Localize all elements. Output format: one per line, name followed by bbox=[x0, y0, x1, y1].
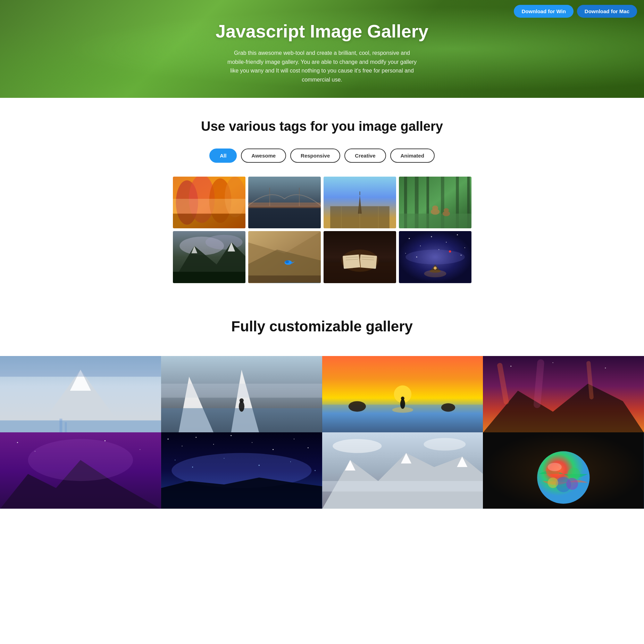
header-description: Grab this awesome web-tool and create a … bbox=[225, 49, 419, 84]
svg-point-118 bbox=[252, 442, 252, 443]
svg-rect-39 bbox=[173, 272, 245, 283]
svg-point-114 bbox=[182, 446, 182, 446]
svg-point-102 bbox=[553, 362, 553, 363]
gallery-item-autumn[interactable] bbox=[173, 177, 245, 228]
svg-point-110 bbox=[140, 449, 140, 450]
svg-point-124 bbox=[224, 458, 224, 459]
svg-point-136 bbox=[424, 438, 466, 450]
filter-responsive-button[interactable]: Responsive bbox=[290, 149, 340, 163]
svg-rect-134 bbox=[322, 481, 483, 491]
filter-awesome-button[interactable]: Awesome bbox=[241, 149, 286, 163]
gallery-item-deer[interactable] bbox=[399, 177, 471, 228]
svg-point-125 bbox=[259, 465, 260, 466]
full-gallery-item-sunset[interactable] bbox=[322, 356, 483, 432]
svg-point-73 bbox=[424, 270, 446, 277]
svg-point-127 bbox=[315, 470, 316, 471]
svg-point-101 bbox=[510, 366, 511, 367]
svg-point-94 bbox=[400, 399, 405, 409]
customizable-section: Fully customizable gallery bbox=[0, 297, 644, 356]
svg-point-60 bbox=[431, 236, 432, 237]
header-buttons: Download for Win Download for Mac bbox=[514, 5, 637, 18]
svg-rect-46 bbox=[248, 276, 321, 283]
full-gallery-item-purple-cliffs[interactable] bbox=[0, 432, 161, 509]
svg-point-113 bbox=[167, 439, 168, 440]
svg-point-117 bbox=[231, 435, 232, 436]
svg-point-63 bbox=[464, 247, 465, 248]
svg-point-108 bbox=[35, 451, 35, 451]
svg-rect-12 bbox=[248, 203, 321, 208]
tags-section: Use various tags for you image gallery A… bbox=[0, 98, 644, 297]
svg-point-86 bbox=[240, 398, 244, 402]
svg-point-126 bbox=[290, 461, 291, 462]
filter-creative-button[interactable]: Creative bbox=[344, 149, 386, 163]
svg-point-103 bbox=[605, 367, 606, 368]
download-mac-button[interactable]: Download for Mac bbox=[577, 5, 637, 18]
full-gallery-item-cliffs[interactable] bbox=[161, 356, 322, 432]
full-gallery-item-milky-way[interactable] bbox=[161, 432, 322, 509]
svg-point-144 bbox=[548, 463, 562, 471]
svg-point-119 bbox=[273, 449, 274, 450]
full-gallery-item-snowy-mountains[interactable] bbox=[322, 432, 483, 509]
svg-point-45 bbox=[285, 260, 289, 263]
svg-rect-6 bbox=[173, 199, 245, 214]
full-gallery-item-colorful-ball[interactable] bbox=[483, 432, 644, 509]
svg-point-143 bbox=[566, 478, 578, 490]
svg-point-69 bbox=[449, 251, 451, 253]
svg-point-116 bbox=[213, 444, 214, 444]
full-gallery-item-aurora[interactable] bbox=[483, 356, 644, 432]
svg-rect-87 bbox=[161, 384, 322, 398]
svg-point-142 bbox=[548, 477, 558, 488]
svg-point-85 bbox=[239, 401, 244, 412]
full-gallery-item-iceland[interactable] bbox=[0, 356, 161, 432]
svg-rect-8 bbox=[248, 206, 321, 228]
svg-point-115 bbox=[195, 437, 196, 438]
gallery-item-rock[interactable] bbox=[248, 231, 321, 283]
svg-point-68 bbox=[405, 250, 465, 265]
gallery-item-galaxy[interactable] bbox=[399, 231, 471, 283]
svg-point-109 bbox=[104, 440, 106, 441]
svg-point-56 bbox=[341, 250, 378, 272]
filter-all-button[interactable]: All bbox=[209, 149, 237, 163]
svg-point-135 bbox=[333, 439, 382, 453]
svg-rect-79 bbox=[0, 421, 161, 432]
svg-point-62 bbox=[457, 234, 458, 235]
svg-point-35 bbox=[205, 235, 242, 250]
gallery-item-mountain[interactable] bbox=[173, 231, 245, 283]
svg-point-121 bbox=[308, 447, 309, 448]
gallery-item-city[interactable] bbox=[324, 177, 396, 228]
svg-point-93 bbox=[441, 403, 455, 412]
svg-point-64 bbox=[405, 253, 406, 254]
svg-point-72 bbox=[434, 267, 437, 270]
page-title: Javascript Image Gallery bbox=[216, 21, 428, 42]
svg-point-106 bbox=[28, 439, 133, 481]
gallery-item-book[interactable] bbox=[324, 231, 396, 283]
svg-point-92 bbox=[348, 401, 366, 412]
filter-animated-button[interactable]: Animated bbox=[390, 149, 435, 163]
gallery-item-bridge[interactable] bbox=[248, 177, 321, 228]
svg-point-61 bbox=[446, 242, 446, 243]
svg-rect-80 bbox=[0, 356, 161, 377]
svg-point-122 bbox=[175, 460, 175, 460]
customizable-title: Fully customizable gallery bbox=[7, 318, 637, 335]
tag-filter-bar: All Awesome Responsive Creative Animated bbox=[7, 149, 637, 163]
svg-rect-84 bbox=[161, 408, 322, 432]
svg-point-58 bbox=[409, 238, 410, 239]
tags-title: Use various tags for you image gallery bbox=[7, 119, 637, 135]
svg-rect-32 bbox=[399, 177, 471, 228]
svg-point-95 bbox=[401, 397, 404, 400]
download-win-button[interactable]: Download for Win bbox=[514, 5, 573, 18]
svg-point-120 bbox=[294, 439, 294, 439]
svg-point-107 bbox=[17, 442, 18, 443]
svg-point-123 bbox=[192, 466, 193, 467]
svg-rect-5 bbox=[173, 214, 245, 229]
svg-point-59 bbox=[420, 246, 420, 246]
page-header: Download for Win Download for Mac Javasc… bbox=[0, 0, 644, 98]
main-gallery-grid bbox=[166, 177, 478, 283]
full-gallery-grid bbox=[0, 356, 644, 509]
